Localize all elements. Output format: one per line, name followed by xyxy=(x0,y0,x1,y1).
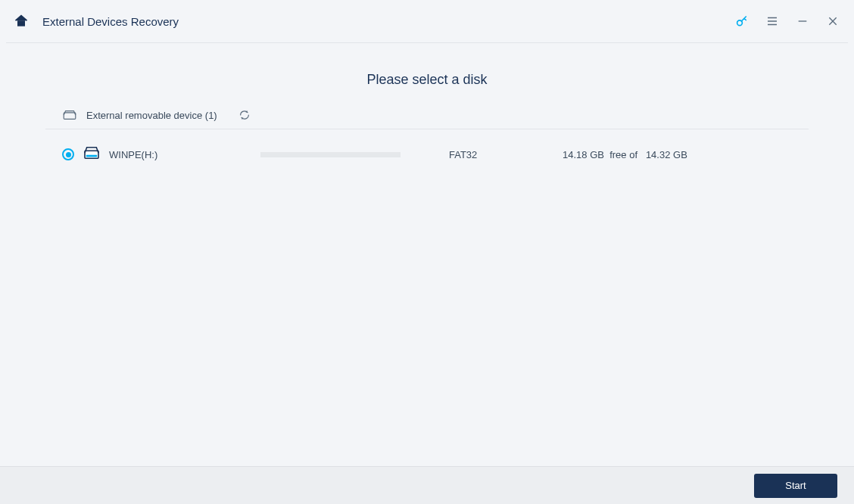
footer: Start xyxy=(0,466,854,504)
free-of-label: free of xyxy=(609,149,637,160)
menu-icon[interactable] xyxy=(765,14,780,29)
usage-bar xyxy=(260,152,401,157)
free-size: 14.18 GB xyxy=(563,149,604,160)
external-device-icon xyxy=(62,110,77,120)
radio-inner xyxy=(66,152,71,157)
filesystem-label: FAT32 xyxy=(449,149,517,160)
header-left: External Devices Recovery xyxy=(14,14,179,29)
home-icon[interactable] xyxy=(14,14,29,29)
drive-icon xyxy=(83,146,100,163)
device-radio[interactable] xyxy=(62,148,74,160)
svg-rect-0 xyxy=(17,20,25,26)
start-button[interactable]: Start xyxy=(754,474,837,498)
header-right xyxy=(734,14,840,29)
device-row[interactable]: WINPE(H:) FAT32 14.18 GB free of 14.32 G… xyxy=(45,129,809,179)
section-label: External removable device (1) xyxy=(86,110,217,121)
close-icon[interactable] xyxy=(825,14,840,29)
key-icon[interactable] xyxy=(734,14,750,29)
drive-name: WINPE(H:) xyxy=(109,149,260,160)
header-divider xyxy=(6,42,848,43)
page-title: External Devices Recovery xyxy=(42,15,179,28)
svg-rect-9 xyxy=(85,151,98,158)
main-instruction: Please select a disk xyxy=(0,72,854,88)
section-header: External removable device (1) xyxy=(45,103,809,129)
total-size: 14.32 GB xyxy=(646,149,687,160)
minimize-icon[interactable] xyxy=(795,14,810,29)
content-area: External removable device (1) WINPE(H:) … xyxy=(45,103,809,179)
svg-rect-10 xyxy=(86,155,97,157)
svg-rect-8 xyxy=(64,113,76,120)
size-info: 14.18 GB free of 14.32 GB xyxy=(563,149,687,160)
refresh-icon[interactable] xyxy=(238,109,251,121)
app-header: External Devices Recovery xyxy=(0,0,854,42)
